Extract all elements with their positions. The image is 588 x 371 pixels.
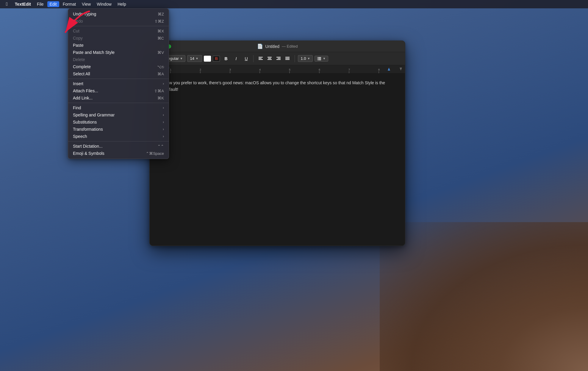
svg-rect-9 <box>276 59 281 60</box>
svg-rect-6 <box>268 59 272 60</box>
toolbar-list-button[interactable]: ▼ <box>315 56 328 62</box>
svg-text:8: 8 <box>378 68 380 71</box>
menu-item-cut-label: Cut <box>73 29 151 33</box>
svg-rect-11 <box>285 58 290 59</box>
menu-item-dictation-shortcut: ⌃⌃ <box>157 144 164 149</box>
apple-menu[interactable]:  <box>4 1 10 7</box>
menu-item-cut[interactable]: Cut ⌘X <box>68 27 169 35</box>
svg-rect-10 <box>285 57 290 57</box>
menu-item-redo[interactable]: Redo ⇧⌘Z <box>68 18 169 25</box>
menu-item-copy-label: Copy <box>73 36 151 40</box>
menu-item-transformations-label: Transformations <box>73 127 160 132</box>
svg-rect-2 <box>259 58 262 59</box>
menu-item-emoji-shortcut: ⌃⌘Space <box>146 151 164 156</box>
toolbar-underline-button[interactable]: U <box>242 54 250 63</box>
menu-file[interactable]: File <box>35 1 46 7</box>
menu-item-attach[interactable]: Attach Files... ⇧⌘A <box>68 87 169 94</box>
menu-item-undo[interactable]: Undo Typing ⌘Z <box>68 10 169 18</box>
menu-item-speech-label: Speech <box>73 134 160 139</box>
menu-item-dictation[interactable]: Start Dictation... ⌃⌃ <box>68 143 169 150</box>
document-icon: 📄 <box>257 43 263 49</box>
menu-window[interactable]: Window <box>94 1 114 7</box>
line-height-value: 1.0 <box>301 56 306 61</box>
toolbar-font-size-selector[interactable]: 14 ▼ <box>187 55 202 62</box>
menu-item-emoji[interactable]: Emoji & Symbols ⌃⌘Space <box>68 150 169 157</box>
menu-item-transformations[interactable]: Transformations › <box>68 126 169 133</box>
svg-point-17 <box>317 60 318 60</box>
svg-rect-1 <box>259 57 263 57</box>
separator-1 <box>68 26 169 26</box>
menu-item-cut-shortcut: ⌘X <box>157 29 164 33</box>
window-edited-label: — Edited <box>282 44 298 49</box>
toolbar-align-center-button[interactable] <box>265 54 274 63</box>
menu-item-transformations-arrow: › <box>163 127 164 131</box>
svg-text:2: 2 <box>200 68 201 71</box>
window-content-area[interactable]: how you prefer to work, there's good new… <box>150 74 405 246</box>
toolbar-bold-button[interactable]: B <box>222 54 230 63</box>
menu-item-paste-match[interactable]: Paste and Match Style ⌘V <box>68 49 169 56</box>
svg-rect-16 <box>318 58 321 59</box>
menu-item-substitutions-arrow: › <box>163 120 164 124</box>
bold-icon: B <box>224 56 227 61</box>
menu-view[interactable]: View <box>79 1 93 7</box>
svg-text:5: 5 <box>289 68 290 71</box>
svg-text:3: 3 <box>229 68 231 71</box>
line-height-chevron-icon: ▼ <box>307 57 310 60</box>
svg-rect-7 <box>276 57 281 57</box>
menu-help[interactable]: Help <box>115 1 129 7</box>
menu-textedit[interactable]: TextEdit <box>12 1 33 7</box>
menu-item-redo-label: Redo <box>73 19 148 24</box>
toolbar-align-group <box>257 54 292 63</box>
separator-3 <box>68 103 169 103</box>
menu-item-addlink[interactable]: Add Link... ⌘K <box>68 94 169 102</box>
menu-item-copy[interactable]: Copy ⌘C <box>68 35 169 42</box>
window-title-area: 📄 Untitled — Edited <box>257 43 298 49</box>
menu-item-insert[interactable]: Insert › <box>68 80 169 87</box>
svg-text:6: 6 <box>319 68 320 71</box>
svg-marker-20 <box>388 68 390 71</box>
toolbar-italic-button[interactable]: I <box>232 54 240 63</box>
italic-icon: I <box>235 56 237 61</box>
menu-item-dictation-label: Start Dictation... <box>73 144 151 149</box>
menu-item-substitutions[interactable]: Substitutions › <box>68 119 169 126</box>
menu-item-delete-label: Delete <box>73 57 158 62</box>
svg-rect-12 <box>285 59 290 60</box>
chevron-down-icon: ▼ <box>180 57 183 60</box>
menu-item-spelling-label: Spelling and Grammar <box>73 113 160 117</box>
menu-format[interactable]: Format <box>60 1 78 7</box>
menu-item-paste[interactable]: Paste <box>68 42 169 49</box>
document-text: how you prefer to work, there's good new… <box>165 80 390 93</box>
menu-bar-left:  TextEdit File Edit Format View Window … <box>4 1 129 7</box>
menu-item-attach-shortcut: ⇧⌘A <box>154 89 164 93</box>
menu-item-undo-shortcut: ⌘Z <box>158 12 164 16</box>
menu-item-spelling-arrow: › <box>163 113 164 117</box>
menu-item-complete[interactable]: Complete ⌥⎋ <box>68 63 169 70</box>
menu-item-select-all[interactable]: Select All ⌘A <box>68 70 169 77</box>
menu-item-complete-label: Complete <box>73 64 151 69</box>
menu-item-spelling[interactable]: Spelling and Grammar › <box>68 111 169 119</box>
toolbar-line-height-selector[interactable]: 1.0 ▼ <box>298 55 313 62</box>
toolbar-separator-2 <box>295 55 295 62</box>
menu-item-select-all-shortcut: ⌘A <box>157 72 164 76</box>
underline-icon: U <box>245 56 248 61</box>
svg-rect-5 <box>268 58 271 59</box>
toolbar-text-color[interactable] <box>204 56 211 62</box>
svg-point-15 <box>317 58 318 59</box>
toolbar-align-left-button[interactable] <box>257 54 265 63</box>
svg-text:1: 1 <box>170 68 171 71</box>
menu-item-delete[interactable]: Delete <box>68 56 169 63</box>
menu-item-find-arrow: › <box>163 106 164 110</box>
svg-marker-37 <box>400 68 402 71</box>
menu-edit[interactable]: Edit <box>47 1 59 7</box>
svg-text:7: 7 <box>348 68 350 71</box>
toolbar-align-right-button[interactable] <box>274 54 283 63</box>
menu-item-find[interactable]: Find › <box>68 104 169 111</box>
window-titlebar: 📄 Untitled — Edited <box>150 41 405 52</box>
menu-item-speech[interactable]: Speech › <box>68 133 169 140</box>
size-chevron-down-icon: ▼ <box>196 57 198 60</box>
svg-point-13 <box>317 57 318 58</box>
menu-item-complete-shortcut: ⌥⎋ <box>157 65 164 69</box>
toolbar-text-background[interactable]: B <box>213 56 220 62</box>
toolbar-align-justify-button[interactable] <box>283 54 292 63</box>
menu-bar:  TextEdit File Edit Format View Window … <box>0 0 588 8</box>
